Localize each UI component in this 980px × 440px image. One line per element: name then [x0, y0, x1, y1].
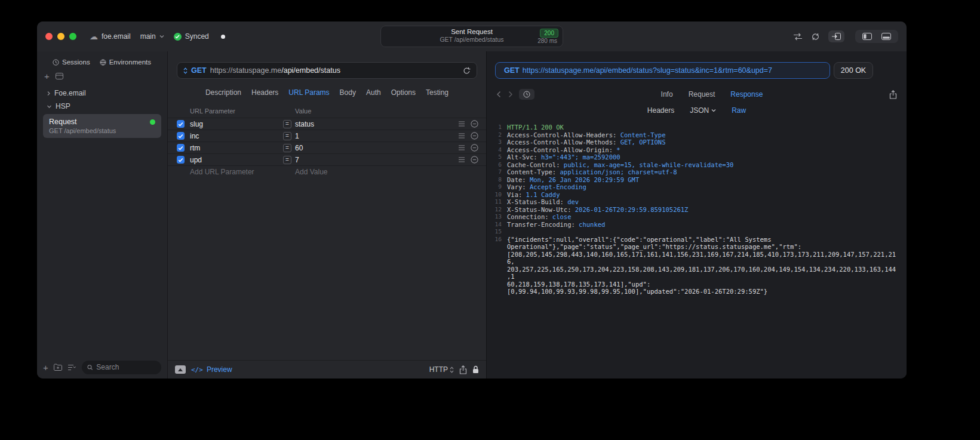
request-tab-url-params[interactable]: URL Params	[288, 88, 329, 97]
add-request-button[interactable]: +	[43, 362, 48, 373]
row-menu-icon[interactable]	[458, 133, 465, 139]
line-number: 9	[491, 183, 502, 191]
param-value-input[interactable]: 7	[295, 156, 458, 164]
param-checkbox[interactable]	[177, 144, 185, 152]
request-url-bar[interactable]: GET https://statuspage.me/api/embed/stat…	[177, 62, 477, 79]
remove-param-icon[interactable]	[471, 120, 478, 128]
view-tab-raw[interactable]: Raw	[732, 106, 746, 115]
response-tab-response[interactable]: Response	[730, 90, 763, 99]
add-param-row[interactable]: Add URL Parameter Add Value	[168, 166, 486, 178]
toggle-bottom-panel-icon[interactable]	[881, 33, 891, 40]
tab-sessions[interactable]: Sessions	[53, 59, 90, 66]
tree-item-foe-email[interactable]: Foe.email	[43, 87, 161, 100]
sort-arrows-icon[interactable]	[793, 33, 803, 41]
group-window-icon[interactable]	[56, 73, 63, 79]
minimize-window-button[interactable]	[57, 33, 64, 40]
param-value-input[interactable]: status	[295, 120, 458, 128]
add-session-button[interactable]: +	[44, 72, 50, 81]
chevron-right-icon	[47, 91, 51, 96]
share-icon[interactable]	[459, 365, 467, 374]
code-line: 10 Via: 1.1 Caddy	[491, 191, 899, 199]
param-value-input[interactable]: 60	[295, 144, 458, 152]
project-switcher[interactable]: ☁ foe.email	[90, 32, 131, 41]
request-summary-pill[interactable]: Sent Request GET /api/embed/status 200 2…	[380, 26, 563, 47]
param-checkbox[interactable]	[177, 120, 185, 128]
line-number: 4	[491, 146, 502, 154]
request-tab-description[interactable]: Description	[205, 88, 241, 97]
search-input[interactable]	[96, 363, 156, 371]
line-number	[491, 243, 502, 251]
clock-icon	[523, 91, 530, 98]
line-number: 3	[491, 139, 502, 146]
request-list-item[interactable]: Request GET /api/embed/status	[43, 114, 161, 138]
add-param-name-placeholder[interactable]: Add URL Parameter	[190, 168, 254, 176]
header-value: Accept-Encoding	[530, 183, 586, 190]
tab-environments-label: Environments	[109, 59, 151, 66]
code-line: 1 HTTP/1.1 200 OK	[491, 124, 899, 131]
row-menu-icon[interactable]	[458, 121, 465, 127]
sort-list-icon[interactable]	[67, 364, 76, 371]
row-menu-icon[interactable]	[458, 145, 465, 150]
param-checkbox[interactable]	[177, 132, 185, 140]
protocol-selector[interactable]: HTTP	[429, 365, 454, 374]
request-tab-testing[interactable]: Testing	[426, 88, 448, 97]
new-folder-icon[interactable]	[54, 364, 62, 371]
sessions-icon	[53, 59, 59, 66]
history-back-icon[interactable]	[496, 91, 501, 98]
request-tabs: DescriptionHeadersURL ParamsBodyAuthOpti…	[168, 88, 486, 97]
add-param-value-placeholder[interactable]: Add Value	[295, 168, 328, 176]
param-name-input[interactable]: upd	[190, 156, 283, 164]
param-name-input[interactable]: rtm	[190, 144, 283, 152]
zoom-window-button[interactable]	[69, 33, 76, 40]
view-tab-json[interactable]: JSON	[690, 106, 716, 115]
param-checkbox[interactable]	[177, 156, 185, 164]
unsaved-indicator-dot	[221, 35, 225, 39]
request-item-subtitle: GET /api/embed/status	[49, 127, 155, 134]
header-name: Connection:	[507, 213, 552, 220]
history-clock-button[interactable]	[519, 89, 534, 100]
response-tab-info[interactable]: Info	[661, 90, 673, 99]
summary-duration: 280 ms	[537, 38, 557, 44]
param-name-input[interactable]: slug	[190, 120, 283, 128]
param-value-input[interactable]: 1	[295, 132, 458, 140]
compare-icon[interactable]	[811, 33, 820, 41]
param-name-input[interactable]: inc	[190, 132, 283, 140]
response-method: GET	[504, 66, 520, 75]
request-tab-headers[interactable]: Headers	[251, 88, 278, 97]
tree-item-hsp[interactable]: HSP	[43, 100, 161, 113]
response-request-line[interactable]: GET https://statuspage.me/api/embed/stat…	[495, 62, 830, 79]
expand-editor-button[interactable]	[175, 365, 186, 374]
import-panel-icon[interactable]	[828, 30, 844, 42]
response-code[interactable]: 1 HTTP/1.1 200 OK 2 Access-Control-Allow…	[487, 118, 907, 379]
code-line: 5 Alt-Svc: h3=":443"; ma=2592000	[491, 153, 899, 161]
toggle-left-panel-icon[interactable]	[862, 33, 872, 40]
response-status-badge: 200 OK	[834, 62, 873, 79]
request-tab-auth[interactable]: Auth	[366, 88, 381, 97]
request-tab-options[interactable]: Options	[391, 88, 416, 97]
request-method[interactable]: GET	[191, 66, 207, 75]
header-value: chunked	[579, 221, 605, 228]
remove-param-icon[interactable]	[471, 156, 478, 164]
refresh-icon[interactable]	[463, 67, 471, 75]
search-field[interactable]	[82, 361, 161, 374]
sync-label: Synced	[185, 32, 209, 41]
header-name: Date:	[507, 176, 530, 183]
sync-status[interactable]: Synced	[174, 32, 209, 41]
tab-environments[interactable]: Environments	[100, 59, 151, 66]
header-value: h3=":443"; ma=2592000	[541, 153, 620, 161]
remove-param-icon[interactable]	[471, 144, 478, 152]
remove-param-icon[interactable]	[471, 132, 478, 140]
code-line: 16 {"incidents":null,"overall":{"code":"…	[491, 236, 899, 244]
export-icon[interactable]	[889, 90, 897, 99]
history-forward-icon[interactable]	[508, 91, 513, 98]
view-tab-headers[interactable]: Headers	[647, 106, 674, 115]
search-icon	[87, 364, 93, 371]
preview-button[interactable]: </> Preview	[191, 365, 232, 374]
row-menu-icon[interactable]	[458, 157, 465, 162]
line-number	[491, 281, 502, 288]
close-window-button[interactable]	[45, 33, 53, 40]
branch-selector[interactable]: main	[140, 32, 164, 41]
lock-icon[interactable]	[472, 365, 479, 374]
response-tab-request[interactable]: Request	[689, 90, 715, 99]
request-tab-body[interactable]: Body	[340, 88, 356, 97]
